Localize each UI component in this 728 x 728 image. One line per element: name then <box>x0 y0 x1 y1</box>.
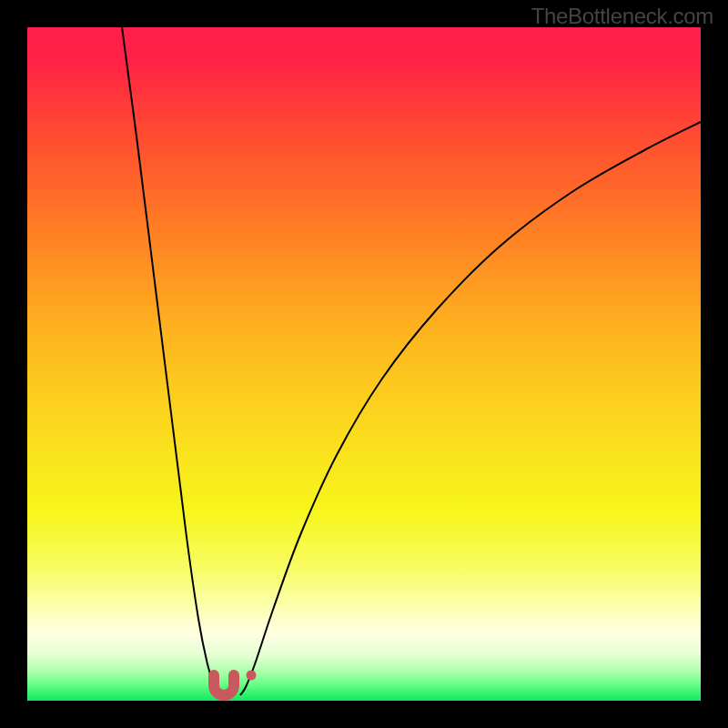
u-marker <box>214 675 234 695</box>
chart-frame: TheBottleneck.com <box>0 0 728 728</box>
curves-layer <box>27 27 701 701</box>
plot-area <box>27 27 701 701</box>
watermark-label: TheBottleneck.com <box>531 4 713 29</box>
dot-marker <box>247 671 257 681</box>
curve-left <box>122 27 224 695</box>
curve-right <box>240 122 701 695</box>
